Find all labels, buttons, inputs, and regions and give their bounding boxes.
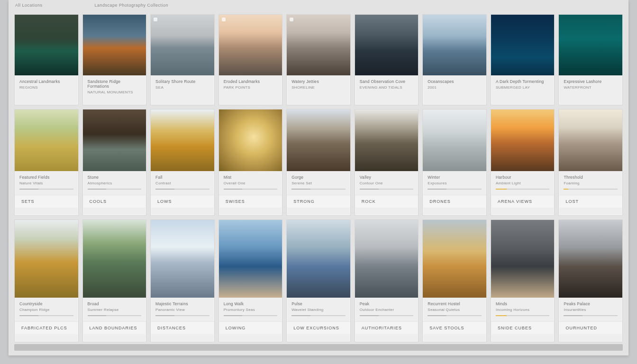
card-title: Sand Observation Cove: [360, 79, 414, 84]
progress-bar: [496, 315, 550, 316]
selection-indicator: [222, 18, 226, 21]
progress-bar: [291, 315, 346, 316]
gallery-card[interactable]: Recurrent HostelSeasonal QuietusSAVE STO…: [422, 219, 487, 342]
gallery-card[interactable]: Watery JettiesSHORELINE: [286, 14, 351, 105]
card-code: SETS: [15, 195, 78, 208]
gallery-card[interactable]: Solitary Shore RouteSEA: [150, 14, 215, 105]
gallery-card[interactable]: A Dark Depth TormentingSUBMERGED LAY: [491, 14, 555, 105]
card-meta: Sand Observation CoveEVENING AND TIDALS: [355, 75, 419, 105]
progress-bar: [19, 189, 73, 190]
progress-bar: [428, 189, 482, 190]
gallery-card[interactable]: CountrysideChampion RidgeFABRICATED PLCS: [14, 219, 79, 342]
card-meta: MindsIncoming HorizonsSNIDE CUBES: [491, 298, 555, 342]
card-meta: Watery JettiesSHORELINE: [287, 75, 350, 105]
card-subtitle: Foaming: [564, 181, 618, 185]
gallery-card[interactable]: Sandstone Ridge FormationsNATURAL MONUME…: [82, 14, 147, 105]
card-subtitle: Incoming Horizons: [496, 308, 550, 312]
gallery-card[interactable]: Ancestral LandmarksREGIONS: [14, 14, 79, 105]
card-title: Stone: [88, 175, 142, 180]
gallery-card[interactable]: PeakOutdoor EnchanterAUTHORITARIES: [355, 219, 419, 342]
card-code: SNIDE CUBES: [491, 321, 555, 334]
progress-bar: [224, 189, 278, 190]
card-meta: HarbourAmbient LightARENA VIEWS: [491, 171, 555, 215]
card-code: LOST: [559, 195, 622, 208]
card-code: OURHUNTED: [559, 321, 622, 334]
card-meta: PeakOutdoor EnchanterAUTHORITARIES: [355, 298, 419, 342]
card-meta: Featured FieldsNature VitalsSETS: [15, 171, 78, 215]
thumbnail-image: [151, 15, 214, 75]
gallery-card[interactable]: Oceanscapes2001: [422, 14, 487, 105]
selection-indicator: [154, 18, 157, 21]
gallery-card[interactable]: Majestic TerrainsPanoramic ViewDISTANCES: [150, 219, 215, 342]
thumbnail-image: [491, 109, 555, 171]
card-code: LOW EXCURSIONS: [287, 321, 350, 334]
card-meta: Majestic TerrainsPanoramic ViewDISTANCES: [151, 298, 214, 342]
card-subtitle: SHORELINE: [291, 85, 346, 90]
horizontal-scrollbar[interactable]: [14, 344, 623, 351]
card-meta: Sandstone Ridge FormationsNATURAL MONUME…: [83, 75, 146, 105]
gallery-card[interactable]: MistOverall OneSWISES: [218, 109, 283, 216]
card-title: Mist: [224, 175, 278, 180]
card-meta: Solitary Shore RouteSEA: [151, 75, 214, 105]
thumbnail-image: [219, 15, 282, 75]
card-title: Eroded Landmarks: [224, 79, 278, 84]
gallery-card[interactable]: Expressive LashoreWATERFRONT: [558, 14, 623, 105]
card-code: LOWING: [219, 321, 282, 334]
gallery-card[interactable]: Long WalkPromontory SeasLOWING: [218, 219, 283, 342]
gallery-card[interactable]: GorgeSerene SetSTRONG: [286, 109, 351, 216]
card-title: Minds: [496, 301, 550, 306]
thumbnail-image: [15, 220, 78, 298]
gallery-card[interactable]: Peaks PalaceInsurantitiesOURHUNTED: [558, 219, 623, 342]
thumbnail-image: [15, 15, 78, 75]
thumbnail-image: [355, 15, 419, 75]
card-code: LAND BOUNDARIES: [83, 321, 146, 334]
gallery-card[interactable]: Sand Observation CoveEVENING AND TIDALS: [355, 14, 419, 105]
thumbnail-image: [287, 15, 350, 75]
progress-bar: [88, 315, 142, 316]
card-meta: Peaks PalaceInsurantitiesOURHUNTED: [559, 298, 622, 342]
card-subtitle: PARK POINTS: [224, 85, 278, 90]
card-subtitle: Summer Relapse: [88, 308, 142, 312]
card-title: Winter: [428, 175, 482, 180]
breadcrumb[interactable]: All Locations: [15, 3, 43, 12]
gallery-card[interactable]: BroadSummer RelapseLAND BOUNDARIES: [82, 219, 147, 342]
gallery-card[interactable]: FallContrastLOWS: [150, 109, 215, 216]
thumbnail-image: [219, 220, 282, 298]
card-title: Recurrent Hostel: [428, 301, 482, 306]
card-meta: A Dark Depth TormentingSUBMERGED LAY: [491, 75, 555, 105]
gallery-card[interactable]: MindsIncoming HorizonsSNIDE CUBES: [491, 219, 555, 342]
card-subtitle: 2001: [428, 85, 482, 90]
card-meta: Expressive LashoreWATERFRONT: [559, 75, 622, 105]
card-subtitle: Nature Vitals: [19, 181, 73, 185]
gallery-card[interactable]: ValleyContour OneROCK: [355, 109, 419, 216]
card-subtitle: SUBMERGED LAY: [496, 85, 550, 90]
card-title: Harbour: [496, 175, 550, 180]
gallery-card[interactable]: StoneAtmosphericsCOOLS: [82, 109, 147, 216]
card-meta: Oceanscapes2001: [423, 75, 486, 105]
thumbnail-grid: Ancestral LandmarksREGIONSSandstone Ridg…: [9, 12, 628, 342]
selection-indicator: [290, 18, 293, 21]
gallery-card[interactable]: HarbourAmbient LightARENA VIEWS: [491, 109, 555, 216]
gallery-card[interactable]: Featured FieldsNature VitalsSETS: [14, 109, 79, 216]
gallery-card[interactable]: PulseWavelet StandingLOW EXCURSIONS: [286, 219, 351, 342]
card-title: Watery Jetties: [291, 79, 346, 84]
gallery-card[interactable]: ThresholdFoamingLOST: [558, 109, 623, 216]
gallery-card[interactable]: WinterExposuresDRONES: [422, 109, 487, 216]
card-code: FABRICATED PLCS: [15, 321, 78, 334]
card-meta: Ancestral LandmarksREGIONS: [15, 75, 78, 105]
card-code: ROCK: [355, 195, 419, 208]
gallery-card[interactable]: Eroded LandmarksPARK POINTS: [218, 14, 283, 105]
card-subtitle: NATURAL MONUMENTS: [88, 90, 142, 94]
thumbnail-image: [219, 109, 282, 171]
card-code: AUTHORITARIES: [355, 321, 419, 334]
card-code: LOWS: [151, 195, 214, 208]
card-subtitle: EVENING AND TIDALS: [360, 85, 414, 90]
card-subtitle: Contrast: [155, 181, 209, 185]
card-title: A Dark Depth Tormenting: [496, 79, 550, 84]
card-subtitle: Ambient Light: [496, 181, 550, 185]
card-title: Majestic Terrains: [155, 301, 209, 306]
progress-bar: [496, 189, 550, 190]
top-bar: All Locations Landscape Photography Coll…: [9, 0, 628, 12]
card-meta: BroadSummer RelapseLAND BOUNDARIES: [83, 298, 146, 342]
card-meta: GorgeSerene SetSTRONG: [287, 171, 350, 215]
